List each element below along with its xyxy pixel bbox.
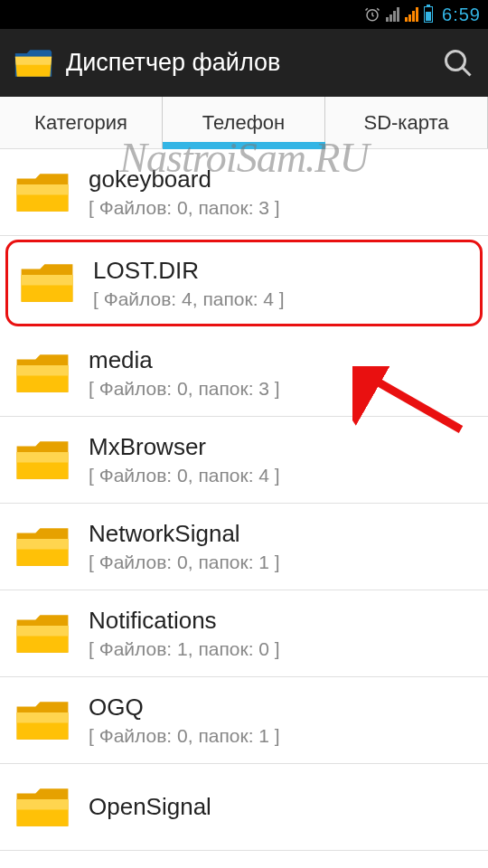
status-bar: 6:59 <box>0 0 488 29</box>
tab-phone[interactable]: Телефон <box>163 97 325 148</box>
folder-name: media <box>89 346 280 374</box>
folder-icon <box>14 524 70 571</box>
folder-icon <box>14 697 70 744</box>
folder-meta: [ Файлов: 4, папок: 4 ] <box>93 288 285 310</box>
folder-name: Notifications <box>89 607 280 635</box>
folder-name: OpenSignal <box>89 793 211 821</box>
list-item[interactable]: media[ Файлов: 0, папок: 3 ] <box>0 330 488 417</box>
app-folder-icon <box>14 46 53 80</box>
svg-point-1 <box>446 51 465 70</box>
list-item[interactable]: LOST.DIR[ Файлов: 4, папок: 4 ] <box>5 240 483 326</box>
tab-category[interactable]: Категория <box>0 97 163 148</box>
folder-name: LOST.DIR <box>93 257 285 285</box>
list-item[interactable]: MxBrowser[ Файлов: 0, папок: 4 ] <box>0 417 488 504</box>
folder-icon <box>14 169 70 216</box>
folder-meta: [ Файлов: 0, папок: 1 ] <box>89 552 280 573</box>
tab-indicator <box>163 142 325 149</box>
folder-name: MxBrowser <box>89 433 280 461</box>
status-time: 6:59 <box>442 5 481 25</box>
battery-icon <box>424 6 433 23</box>
list-item[interactable]: OpenSignal <box>0 764 488 851</box>
list-item[interactable]: gokeyboard[ Файлов: 0, папок: 3 ] <box>0 149 488 236</box>
folder-name: gokeyboard <box>89 165 280 193</box>
folder-icon <box>14 610 70 657</box>
folder-meta: [ Файлов: 1, папок: 0 ] <box>89 638 280 660</box>
signal-icon-2 <box>405 7 418 22</box>
list-item[interactable]: NetworkSignal[ Файлов: 0, папок: 1 ] <box>0 504 488 590</box>
folder-name: OGQ <box>89 693 280 722</box>
tab-bar: Категория Телефон SD-карта <box>0 97 488 149</box>
folder-meta: [ Файлов: 0, папок: 3 ] <box>89 378 280 400</box>
folder-meta: [ Файлов: 0, папок: 4 ] <box>89 465 280 486</box>
folder-icon <box>14 437 70 484</box>
list-item[interactable]: Notifications[ Файлов: 1, папок: 0 ] <box>0 590 488 677</box>
folder-icon <box>19 259 75 307</box>
folder-icon <box>14 350 70 397</box>
folder-name: NetworkSignal <box>89 520 280 548</box>
action-bar: Диспетчер файлов <box>0 29 488 97</box>
folder-list: gokeyboard[ Файлов: 0, папок: 3 ]LOST.DI… <box>0 149 488 851</box>
search-icon[interactable] <box>442 47 474 80</box>
signal-icon-1 <box>386 7 399 22</box>
list-item[interactable]: OGQ[ Файлов: 0, папок: 1 ] <box>0 677 488 764</box>
folder-meta: [ Файлов: 0, папок: 1 ] <box>89 725 280 747</box>
app-title: Диспетчер файлов <box>66 49 442 77</box>
alarm-icon <box>364 6 380 23</box>
folder-icon <box>14 784 70 831</box>
tab-sdcard[interactable]: SD-карта <box>325 97 488 148</box>
folder-meta: [ Файлов: 0, папок: 3 ] <box>89 197 280 219</box>
